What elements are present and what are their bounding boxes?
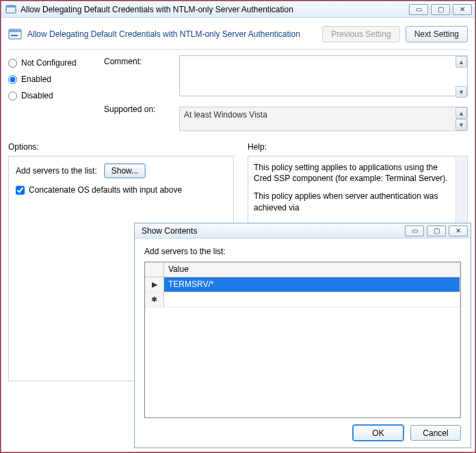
window-title: Allow Delegating Default Credentials wit… <box>21 5 405 14</box>
show-contents-dialog: Show Contents ▭ ▢ ✕ Add servers to the l… <box>134 223 471 448</box>
servers-grid[interactable]: Value ▶ TERMSRV/* ✱ <box>144 262 461 418</box>
titlebar-dialog[interactable]: Show Contents ▭ ▢ ✕ <box>135 223 471 238</box>
dialog-minimize-button[interactable]: ▭ <box>405 225 424 236</box>
radio-disabled-label: Disabled <box>21 91 53 100</box>
comment-label: Comment: <box>104 57 166 66</box>
supported-label: Supported on: <box>104 105 166 114</box>
add-servers-row: Add servers to the list: Show... <box>16 163 226 178</box>
help-paragraph-2: This policy applies when server authenti… <box>254 191 460 212</box>
options-heading: Options: <box>8 142 234 152</box>
policy-title: Allow Delegating Default Credentials wit… <box>27 29 317 39</box>
comment-scroll-down-icon[interactable]: ▼ <box>455 86 467 98</box>
field-values: ▲ ▼ At least Windows Vista ▲ ▼ <box>179 55 468 131</box>
close-button[interactable]: ✕ <box>453 4 472 15</box>
dialog-prompt: Add servers to the list: <box>144 247 461 256</box>
concat-checkbox-row[interactable]: Concatenate OS defaults with input above <box>16 185 226 195</box>
minimize-button[interactable]: ▭ <box>409 4 428 15</box>
policy-icon <box>5 4 16 15</box>
grid-cell-0-value[interactable]: TERMSRV/* <box>164 277 460 292</box>
grid-row-new[interactable]: ✱ <box>145 292 460 307</box>
radio-enabled[interactable]: Enabled <box>8 74 90 84</box>
comment-scroll-up-icon[interactable]: ▲ <box>455 56 467 68</box>
svg-rect-4 <box>11 35 18 36</box>
grid-new-row-indicator-icon: ✱ <box>145 292 164 307</box>
grid-empty-area <box>145 307 460 417</box>
supported-scroll-down-icon[interactable]: ▼ <box>455 119 467 131</box>
dialog-button-row: OK Cancel <box>144 418 461 441</box>
dialog-body: Add servers to the list: Value ▶ TERMSRV… <box>135 238 471 448</box>
grid-corner <box>145 262 164 277</box>
config-row: Not Configured Enabled Disabled Comment:… <box>8 55 468 131</box>
radio-enabled-label: Enabled <box>21 74 51 84</box>
radio-disabled[interactable]: Disabled <box>8 91 90 100</box>
radio-not-configured-label: Not Configured <box>21 58 77 68</box>
supported-scroll-up-icon[interactable]: ▲ <box>455 107 467 119</box>
concat-label: Concatenate OS defaults with input above <box>29 185 182 195</box>
grid-header: Value <box>145 262 460 277</box>
window-controls: ▭ ▢ ✕ <box>409 4 472 15</box>
radio-enabled-input[interactable] <box>8 75 17 84</box>
dialog-close-button[interactable]: ✕ <box>449 225 468 236</box>
dialog-title: Show Contents <box>139 226 401 236</box>
header-row: Allow Delegating Default Credentials wit… <box>8 23 468 50</box>
dialog-window-controls: ▭ ▢ ✕ <box>405 225 468 236</box>
grid-cell-new-value[interactable] <box>164 292 460 307</box>
next-setting-button[interactable]: Next Setting <box>406 26 468 42</box>
radio-not-configured[interactable]: Not Configured <box>8 58 90 68</box>
titlebar-main[interactable]: Allow Delegating Default Credentials wit… <box>1 1 475 18</box>
previous-setting-button: Previous Setting <box>322 26 399 42</box>
concat-checkbox[interactable] <box>16 186 25 195</box>
radio-not-configured-input[interactable] <box>8 59 17 68</box>
supported-wrap: At least Windows Vista ▲ ▼ <box>179 107 468 131</box>
comment-textarea[interactable] <box>179 55 468 96</box>
ok-button[interactable]: OK <box>353 425 404 441</box>
maximize-button[interactable]: ▢ <box>431 4 450 15</box>
grid-row-0[interactable]: ▶ TERMSRV/* <box>145 277 460 292</box>
state-radios: Not Configured Enabled Disabled <box>8 55 90 131</box>
help-paragraph-1: This policy setting applies to applicati… <box>254 162 460 184</box>
dialog-maximize-button[interactable]: ▢ <box>427 225 446 236</box>
field-labels: Comment: Supported on: <box>104 55 166 131</box>
supported-on-value: At least Windows Vista <box>179 107 468 131</box>
show-button[interactable]: Show... <box>104 163 146 178</box>
add-servers-label: Add servers to the list: <box>16 166 97 176</box>
comment-wrap: ▲ ▼ <box>179 55 468 98</box>
column-header-value[interactable]: Value <box>164 262 460 277</box>
svg-rect-3 <box>9 29 21 32</box>
help-heading: Help: <box>248 142 468 152</box>
grid-row-indicator-icon: ▶ <box>145 277 164 292</box>
svg-rect-1 <box>6 5 16 8</box>
cancel-button[interactable]: Cancel <box>410 425 461 441</box>
policy-header-icon <box>8 27 22 41</box>
radio-disabled-input[interactable] <box>8 92 17 100</box>
